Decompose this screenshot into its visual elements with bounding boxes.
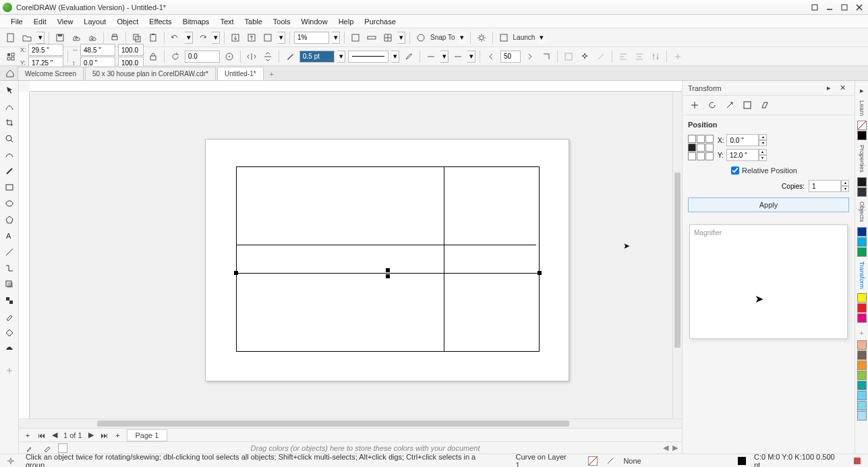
vertical-ruler[interactable] [19,92,30,418]
swatch-magenta[interactable] [857,313,867,323]
line-style-dropdown[interactable]: ▾ [391,51,399,63]
polygon-tool-icon[interactable] [2,213,17,226]
swatch-black[interactable] [857,131,867,140]
zoom-dropdown[interactable]: ▾ [332,32,340,44]
add-page-after-icon[interactable]: + [113,431,123,440]
color-well-slot[interactable] [58,443,67,453]
connector-tool-icon[interactable] [2,261,17,275]
smart-fill-icon[interactable] [2,342,17,356]
crop-tool-icon[interactable] [2,116,17,129]
snap-to-label[interactable]: Snap To [430,34,455,41]
transparency-tool-icon[interactable] [2,294,17,307]
swatch-sky[interactable] [857,391,867,400]
maximize-button[interactable] [838,1,850,13]
menu-window[interactable]: Window [296,16,333,27]
publish-icon[interactable] [261,31,274,44]
swatch-teal[interactable] [857,381,867,390]
eyedropper-tool-icon[interactable] [2,310,17,323]
width-input[interactable] [80,44,115,56]
copies-spin-down[interactable]: ▾ [841,186,849,192]
copies-spin-up[interactable]: ▴ [841,180,849,186]
snap-dropdown[interactable]: ▾ [458,32,466,44]
prev-page-icon[interactable]: ◀ [50,431,59,440]
shape-tool-icon[interactable] [2,100,17,113]
canvas[interactable]: ➤ [30,92,672,418]
menu-help[interactable]: Help [333,16,359,27]
cloud-down-icon[interactable] [86,31,99,44]
lock-ratio-icon[interactable] [146,50,160,63]
mirror-h-icon[interactable] [245,50,258,63]
skew-mode-icon[interactable] [758,98,772,112]
swatch-gray90[interactable] [857,177,867,187]
color-well-prev[interactable]: ◀ [663,443,668,452]
line-style-preview[interactable] [348,51,388,63]
magic-icon[interactable] [594,50,608,63]
freehand-tool-icon[interactable] [2,148,17,162]
selection-handle-mid-bottom[interactable] [386,274,390,278]
drop-shadow-icon[interactable] [2,278,17,291]
swatch-green[interactable] [857,247,867,257]
undo-icon[interactable] [169,31,182,44]
last-page-icon[interactable]: ⏭ [100,431,109,440]
text-tool-icon[interactable]: A [2,229,17,243]
pen-small-icon[interactable] [40,441,54,454]
add-page-icon[interactable]: + [23,431,32,440]
swatch-peach[interactable] [857,340,867,350]
color-proof-icon[interactable] [850,454,864,468]
swatch-paleblue[interactable] [857,411,867,421]
rtab-objects[interactable]: Objects [859,197,865,226]
paste-icon[interactable] [146,31,160,44]
pick-tool-icon[interactable] [2,84,17,97]
swatch-brown[interactable] [857,350,867,360]
close-curve-icon[interactable] [540,50,553,63]
docker-y-input[interactable] [726,149,759,161]
arrow-size-input[interactable] [500,51,521,63]
add-docker-icon[interactable]: + [855,326,869,340]
zoom-level-input[interactable] [294,32,329,44]
add-tool-icon[interactable] [2,364,17,377]
outline-pen-icon[interactable] [283,50,297,63]
new-tab-button[interactable]: + [265,68,279,80]
menu-tools[interactable]: Tools [268,16,296,27]
end-arrow-icon[interactable] [451,50,465,63]
docker-x-input[interactable] [726,134,759,146]
increase-icon[interactable] [523,50,537,63]
ellipse-tool-icon[interactable] [2,197,17,210]
outline-indicator-icon[interactable] [606,456,615,466]
minimize-button[interactable] [823,1,836,13]
selection-handle-mid-top[interactable] [386,268,390,272]
new-document-icon[interactable] [4,31,18,44]
rectangle-tool-icon[interactable] [2,181,17,194]
grid-dropdown[interactable]: ▾ [397,32,405,44]
vscroll-thumb[interactable] [674,173,681,348]
next-page-icon[interactable]: ▶ [86,431,96,440]
export-icon[interactable] [245,31,258,44]
menu-file[interactable]: File [5,16,28,27]
zoom-tool-icon[interactable] [2,132,17,146]
menu-object[interactable]: Object [111,16,144,27]
swatch-yellow[interactable] [857,293,867,303]
artistic-media-icon[interactable] [2,164,17,178]
save-icon[interactable] [53,31,67,44]
options-icon[interactable] [475,31,488,44]
menu-edit[interactable]: Edit [28,16,52,27]
add-icon[interactable] [671,50,685,63]
wrap-text-icon[interactable] [562,50,575,63]
size-mode-icon[interactable] [741,98,754,112]
menu-view[interactable]: View [52,16,79,27]
scale-x-input[interactable] [118,44,144,56]
start-arrow-dropdown[interactable]: ▾ [440,51,449,63]
swatch-cyan[interactable] [857,237,867,247]
grid-icon[interactable] [381,31,395,44]
brush-icon[interactable] [402,50,415,63]
swatch-red[interactable] [857,303,867,313]
copy-icon[interactable] [130,31,144,44]
start-arrow-icon[interactable] [424,50,438,63]
rtab-transform[interactable]: Transform [859,257,865,293]
drawing-v-divider[interactable] [444,166,444,352]
end-arrow-dropdown[interactable]: ▾ [467,51,475,63]
menu-effects[interactable]: Effects [144,16,177,27]
x-input[interactable] [28,44,63,56]
rtab-learn[interactable]: Learn [859,96,865,120]
align-center-icon[interactable] [633,50,646,63]
